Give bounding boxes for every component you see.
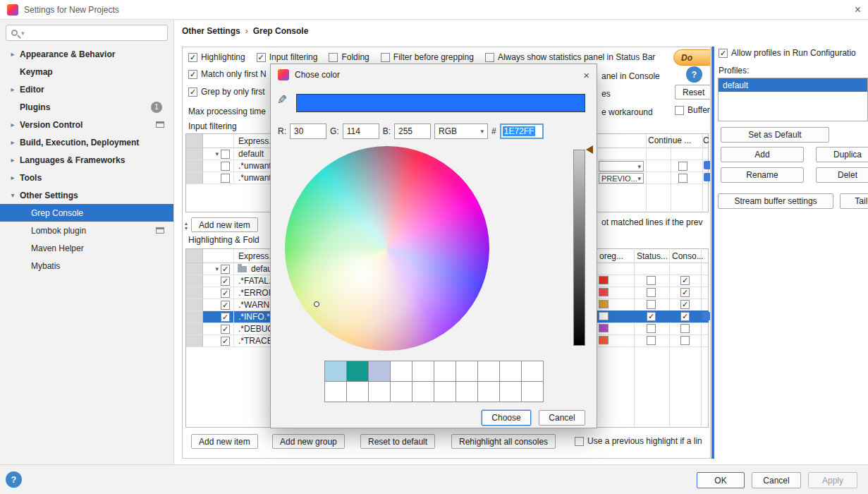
- row-checkbox[interactable]: ✓: [221, 325, 230, 334]
- use-previous-highlight-checkbox[interactable]: Use a previous highlight if a lin: [575, 436, 702, 446]
- palette-swatch[interactable]: [391, 361, 412, 382]
- profile-item-default[interactable]: default: [719, 78, 867, 92]
- chevron-right-icon[interactable]: ▸: [8, 156, 18, 164]
- checkbox[interactable]: [675, 106, 684, 115]
- rename-profile-button[interactable]: Rename: [721, 167, 804, 183]
- palette-swatch[interactable]: [478, 361, 500, 382]
- foreground-color-swatch[interactable]: [599, 312, 609, 320]
- palette-swatch[interactable]: [434, 361, 456, 382]
- palette-swatch[interactable]: [456, 361, 478, 382]
- row-checkbox[interactable]: ✓: [221, 265, 230, 274]
- chevron-right-icon[interactable]: ▸: [8, 50, 18, 58]
- blue-input[interactable]: 255: [394, 124, 431, 139]
- stream-buffer-settings-button[interactable]: Stream buffer settings: [718, 193, 833, 209]
- palette-swatch[interactable]: [369, 361, 391, 382]
- help-button[interactable]: ?: [6, 471, 22, 488]
- expression-cell[interactable]: .*WARN: [234, 300, 269, 310]
- continue-checkbox[interactable]: [678, 174, 687, 183]
- row-checkbox[interactable]: ✓: [221, 289, 230, 298]
- console-checkbox[interactable]: ✓: [680, 312, 690, 321]
- input-filtering-checkbox[interactable]: ✓Input filtering: [257, 52, 318, 62]
- filter-before-grepping-checkbox[interactable]: Filter before grepping: [381, 52, 474, 62]
- highlighting-checkbox[interactable]: ✓Highlighting: [188, 52, 245, 62]
- splitter-down-icon[interactable]: ▾: [185, 225, 188, 231]
- checkbox[interactable]: ✓: [188, 70, 197, 79]
- checkbox[interactable]: [329, 53, 338, 62]
- palette-swatch[interactable]: [500, 382, 522, 402]
- checkbox[interactable]: ✓: [188, 88, 197, 97]
- buffer-checkbox[interactable]: Buffer: [675, 105, 710, 115]
- status-column-header[interactable]: Status...: [637, 251, 668, 261]
- palette-swatch[interactable]: [391, 382, 412, 402]
- allow-profiles-checkbox[interactable]: ✓Allow profiles in Run Configuratio: [719, 48, 856, 58]
- expression-cell[interactable]: .*unwant: [234, 161, 271, 171]
- console-checkbox[interactable]: [680, 324, 690, 333]
- dialog-cancel-button[interactable]: Cancel: [539, 410, 585, 426]
- profiles-list[interactable]: default: [718, 78, 868, 121]
- chevron-right-icon[interactable]: ▸: [8, 174, 18, 181]
- c-column-header[interactable]: C...: [703, 135, 711, 145]
- chevron-down-icon[interactable]: ▾: [215, 265, 219, 272]
- chevron-right-icon[interactable]: ▸: [8, 138, 18, 146]
- grep-by-only-first-checkbox[interactable]: ✓Grep by only first: [188, 87, 265, 97]
- green-input[interactable]: 114: [343, 124, 379, 139]
- sidebar-item-mybatis[interactable]: Mybatis: [0, 257, 173, 275]
- row-checkbox[interactable]: [221, 162, 230, 171]
- chevron-down-icon[interactable]: ▾: [8, 191, 18, 199]
- continue-column-header[interactable]: Continue ...: [648, 135, 691, 145]
- sidebar-item-plugins[interactable]: Plugins 1: [0, 98, 173, 116]
- checkbox[interactable]: ✓: [188, 53, 197, 62]
- action-dropdown[interactable]: PREVIO...▾: [599, 173, 644, 183]
- console-checkbox[interactable]: [680, 336, 690, 345]
- sidebar-item-keymap[interactable]: Keymap: [0, 63, 173, 80]
- add-new-group-button[interactable]: Add new group: [272, 434, 345, 449]
- checkbox[interactable]: [381, 53, 390, 62]
- sidebar-item-editor[interactable]: ▸ Editor: [0, 80, 173, 98]
- sidebar-item-tools[interactable]: ▸ Tools: [0, 169, 173, 186]
- foreground-color-swatch[interactable]: [599, 324, 609, 332]
- console-icon[interactable]: [702, 312, 711, 320]
- expression-cell[interactable]: .*INFO.*: [234, 312, 270, 322]
- sidebar-item-maven-helper[interactable]: Maven Helper: [0, 239, 173, 257]
- sidebar-item-languages-frameworks[interactable]: ▸ Languages & Frameworks: [0, 151, 173, 169]
- foreground-color-swatch[interactable]: [599, 276, 609, 284]
- palette-swatch[interactable]: [522, 361, 544, 382]
- choose-button[interactable]: Choose: [482, 410, 531, 426]
- continue-checkbox[interactable]: [678, 162, 687, 171]
- foreground-color-swatch[interactable]: [599, 300, 609, 308]
- dialog-close-icon[interactable]: ×: [583, 69, 589, 81]
- reset-to-default-button[interactable]: Reset to default: [360, 434, 435, 449]
- hex-input[interactable]: 1E72FF: [500, 124, 544, 139]
- console-checkbox[interactable]: ✓: [680, 276, 690, 285]
- checkbox[interactable]: ✓: [719, 49, 728, 58]
- status-checkbox[interactable]: ✓: [647, 312, 656, 321]
- red-input[interactable]: 30: [290, 124, 326, 139]
- donate-button[interactable]: Do: [673, 49, 711, 66]
- add-profile-button[interactable]: Add: [721, 147, 804, 162]
- palette-swatch[interactable]: [522, 382, 544, 402]
- apply-button[interactable]: Apply: [808, 472, 857, 488]
- row-checkbox[interactable]: ✓: [221, 313, 230, 322]
- status-checkbox[interactable]: [647, 336, 656, 345]
- status-checkbox[interactable]: [647, 276, 656, 285]
- rehighlight-all-consoles-button[interactable]: Rehighlight all consoles: [451, 434, 556, 449]
- row-checkbox[interactable]: ✓: [221, 301, 230, 310]
- sidebar-item-lombok-plugin[interactable]: Lombok plugin: [0, 222, 173, 239]
- sidebar-item-grep-console[interactable]: Grep Console: [0, 204, 173, 222]
- expression-cell[interactable]: .*FATAL.: [234, 276, 271, 286]
- window-close-icon[interactable]: ×: [855, 4, 861, 16]
- search-history-arrow-icon[interactable]: ▾: [21, 30, 25, 37]
- delete-profile-button[interactable]: Delet: [816, 167, 868, 183]
- sidebar-item-version-control[interactable]: ▸ Version Control: [0, 116, 173, 133]
- add-new-item-button[interactable]: Add new item: [191, 217, 258, 232]
- palette-swatch[interactable]: [369, 382, 391, 402]
- status-checkbox[interactable]: [647, 324, 656, 333]
- console-checkbox[interactable]: ✓: [680, 300, 690, 309]
- palette-swatch[interactable]: [478, 382, 500, 402]
- vertical-scrollbar[interactable]: [711, 47, 714, 459]
- statistics-panel-checkbox[interactable]: Always show statistics panel in Status B…: [485, 52, 655, 62]
- palette-swatch[interactable]: [500, 361, 522, 382]
- console-icon[interactable]: [704, 161, 711, 169]
- palette-swatch[interactable]: [456, 382, 478, 402]
- folding-checkbox[interactable]: Folding: [329, 52, 369, 62]
